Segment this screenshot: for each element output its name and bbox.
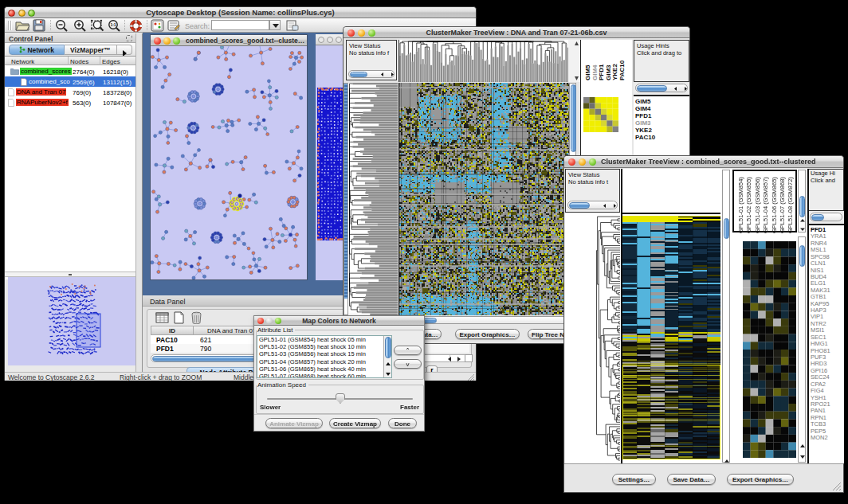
- svg-text:1:1: 1:1: [110, 22, 116, 27]
